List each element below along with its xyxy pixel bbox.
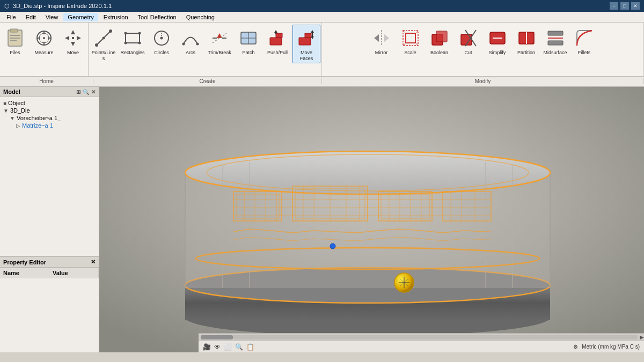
svg-marker-15 [77,36,81,40]
viewport[interactable]: Z y x 🎥 👁 ⬜ 🔍 📋 ⚙ Metric [99,87,644,352]
property-editor-header: Property Editor ✕ [0,257,99,268]
svg-rect-16 [72,37,74,39]
svg-marker-48 [374,34,379,42]
model-panel-header: Model ⊞ 🔍 ✕ [0,87,99,97]
scroll-thumb[interactable] [201,335,233,339]
svg-rect-42 [299,38,311,45]
pe-name-header: Name [0,268,49,278]
tool-push-pull[interactable]: Push/Pull [264,25,291,57]
status-icon-box[interactable]: ⬜ [224,343,232,351]
menu-bar: File Edit View Geometry Extrusion Tool D… [0,12,644,23]
tool-scale[interactable]: Scale [397,25,425,57]
menu-tool-deflection[interactable]: Tool Deflection [134,13,181,21]
tool-rectangles[interactable]: Rectangles [119,25,147,57]
points-lines-icon [93,27,114,49]
tool-partition[interactable]: Partition [513,25,540,57]
tool-fillets[interactable]: Fillets [570,25,598,57]
tool-measure[interactable]: Measure [30,25,58,57]
status-icon-view[interactable]: 👁 [214,343,221,351]
scale-icon [400,27,421,49]
window-controls: − □ ✕ [610,2,640,10]
tool-points-lines[interactable]: Points/Lines [90,25,118,63]
toolbar-group-home: Files Measure [0,23,89,76]
scroll-right-arrow[interactable]: ▶ [640,334,644,340]
tool-midsurface[interactable]: Midsurface [541,25,569,57]
pe-close-icon[interactable]: ✕ [91,258,96,265]
property-editor: Property Editor ✕ Name Value [0,256,99,352]
settings-icon: ⚙ [573,344,578,350]
svg-marker-43 [305,33,311,38]
viewport-scroll[interactable]: ▶ [199,333,644,341]
model-title: Model [3,88,20,95]
measure-label: Measure [34,50,53,56]
tool-boolean[interactable]: Boolean [426,25,453,57]
partition-icon [516,27,537,49]
fillets-label: Fillets [578,50,591,56]
tool-move-faces[interactable]: Move Faces [292,25,320,63]
tool-arcs[interactable]: Arcs [177,25,204,57]
status-icon-camera[interactable]: 🎥 [203,343,211,351]
status-icon-clipboard[interactable]: 📋 [246,343,254,351]
svg-marker-33 [217,33,222,38]
tool-cut[interactable]: Cut [455,25,482,57]
title-bar: ⬡ 3D_Die.stp - Inspire Extrude 2020.1.1 … [0,0,644,12]
menu-geometry[interactable]: Geometry [63,13,98,21]
toolbar-labels: Home Create Modify [0,76,644,86]
svg-marker-12 [71,30,75,34]
circles-icon [151,27,172,49]
svg-marker-13 [71,42,75,46]
tool-simplify[interactable]: Simplify [484,25,511,57]
cut-icon [458,27,479,49]
scroll-track[interactable] [201,335,638,339]
midsurface-icon [545,27,566,49]
menu-file[interactable]: File [2,13,20,21]
patch-icon [238,27,259,49]
svg-point-29 [182,43,185,46]
tool-move[interactable]: Move [59,25,87,57]
svg-rect-66 [548,41,563,45]
svg-point-18 [95,43,98,47]
svg-marker-45 [311,30,314,33]
tool-trim-break[interactable]: Trim/Break [206,25,233,57]
model-close-icon[interactable]: ✕ [91,89,96,95]
tree-vorscheibe[interactable]: ▼ Vorscheibe~a 1_ [9,114,97,122]
midsurface-label: Midsurface [543,50,567,56]
move-faces-label: Move Faces [294,50,319,62]
model-expand-icon[interactable]: ⊞ [76,89,80,95]
rectangles-label: Rectangles [120,50,144,56]
tool-files[interactable]: Files [1,25,29,57]
tree-3d-die[interactable]: ▼ 3D_Die [2,107,97,114]
minimize-button[interactable]: − [610,2,618,10]
tree-object-label: ■ Object [2,99,97,107]
tool-mirror[interactable]: Mirror [368,25,396,57]
tree-matrize[interactable]: ▷ Matrize~a 1 [15,122,97,129]
menu-view[interactable]: View [41,13,63,21]
menu-edit[interactable]: Edit [21,13,40,21]
rectangles-icon [122,27,143,49]
toolbar: Files Measure [0,23,644,87]
model-search-icon[interactable]: 🔍 [83,89,89,95]
menu-extrusion[interactable]: Extrusion [99,13,133,21]
move-faces-icon [296,27,317,49]
sidebar: Model ⊞ 🔍 ✕ ■ Object ▼ 3D_Die ▼ [0,87,99,352]
move-label: Move [67,50,79,56]
svg-rect-21 [126,33,140,43]
svg-marker-41 [274,30,277,33]
svg-point-24 [125,42,127,45]
svg-point-11 [43,37,45,39]
status-icon-search[interactable]: 🔍 [235,343,243,351]
status-icons: 🎥 👁 ⬜ 🔍 📋 [203,343,254,351]
maximize-button[interactable]: □ [620,2,629,10]
menu-quenching[interactable]: Quenching [182,13,219,21]
simplify-icon [487,27,508,49]
push-pull-label: Push/Pull [267,50,288,56]
close-button[interactable]: ✕ [631,2,640,10]
fillets-icon [574,27,595,49]
status-metric: ⚙ Metric (mm kg MPa C s) [573,344,640,350]
pe-title: Property Editor [3,259,46,265]
svg-point-22 [125,32,127,35]
tool-patch[interactable]: Patch [235,25,262,57]
svg-point-30 [196,43,199,46]
svg-rect-65 [548,31,563,35]
tool-circles[interactable]: Circles [148,25,175,57]
